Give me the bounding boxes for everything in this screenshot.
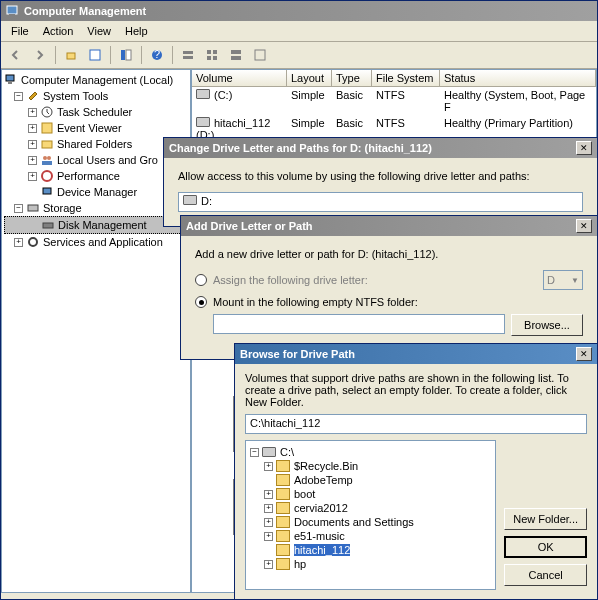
tree-storage[interactable]: −Storage [4, 200, 188, 216]
tree-services[interactable]: +Services and Application [4, 234, 188, 250]
expand-icon[interactable]: + [28, 140, 37, 149]
add-drive-letter-dialog: Add Drive Letter or Path ✕ Add a new dri… [180, 215, 598, 360]
folder-item[interactable]: +boot [250, 487, 491, 501]
tree-task-scheduler[interactable]: +Task Scheduler [4, 104, 188, 120]
forward-button[interactable] [29, 44, 51, 66]
view3-button[interactable] [225, 44, 247, 66]
close-button[interactable]: ✕ [576, 347, 592, 361]
drive-paths-list[interactable]: D: [178, 192, 583, 212]
header-type[interactable]: Type [332, 70, 372, 86]
svg-rect-5 [126, 50, 131, 60]
tree-disk-management[interactable]: Disk Management [4, 216, 188, 234]
folder-tree[interactable]: −C:\ +$Recycle.Bin AdobeTemp +boot +cerv… [245, 440, 496, 590]
folder-item-selected[interactable]: hitachi_112 [250, 543, 491, 557]
tree-device-manager[interactable]: Device Manager [4, 184, 188, 200]
expand-icon[interactable]: + [28, 108, 37, 117]
tree-shared-folders[interactable]: +Shared Folders [4, 136, 188, 152]
collapse-icon[interactable]: − [14, 92, 23, 101]
new-folder-button[interactable]: New Folder... [504, 508, 587, 530]
menu-help[interactable]: Help [119, 23, 154, 39]
svg-rect-26 [43, 188, 51, 194]
expand-icon[interactable]: + [28, 124, 37, 133]
expand-icon[interactable]: + [14, 238, 23, 247]
expand-icon[interactable]: + [264, 462, 273, 471]
svg-rect-15 [231, 56, 241, 60]
cancel-button[interactable]: Cancel [504, 564, 587, 586]
folder-icon [276, 502, 290, 514]
view4-button[interactable] [249, 44, 271, 66]
close-button[interactable]: ✕ [576, 141, 592, 155]
dlg1-text: Allow access to this volume by using the… [178, 170, 583, 182]
expand-icon[interactable]: + [28, 172, 37, 181]
collapse-icon[interactable]: − [14, 204, 23, 213]
dlg2-title: Add Drive Letter or Path [186, 220, 576, 232]
folder-root[interactable]: −C:\ [250, 445, 491, 459]
menu-action[interactable]: Action [37, 23, 80, 39]
expand-icon[interactable]: + [28, 156, 37, 165]
separator [172, 46, 173, 64]
folder-icon [276, 558, 290, 570]
header-volume[interactable]: Volume [192, 70, 287, 86]
show-hide-button[interactable] [115, 44, 137, 66]
dlg3-body: Volumes that support drive paths are sho… [235, 364, 597, 598]
tree-event-viewer[interactable]: +Event Viewer [4, 120, 188, 136]
back-button[interactable] [5, 44, 27, 66]
folder-item[interactable]: +hp [250, 557, 491, 571]
toolbar: ? [1, 42, 597, 69]
svg-rect-12 [207, 56, 211, 60]
up-button[interactable] [60, 44, 82, 66]
view1-button[interactable] [177, 44, 199, 66]
svg-rect-3 [90, 50, 100, 60]
drive-icon [183, 195, 197, 205]
menu-view[interactable]: View [81, 23, 117, 39]
ok-button[interactable]: OK [504, 536, 587, 558]
dlg2-body: Add a new drive letter or path for D: (h… [181, 236, 597, 348]
radio-icon[interactable] [195, 296, 207, 308]
folder-item[interactable]: +$Recycle.Bin [250, 459, 491, 473]
tree-root[interactable]: Computer Management (Local) [4, 72, 188, 88]
header-filesystem[interactable]: File System [372, 70, 440, 86]
collapse-icon[interactable]: − [250, 448, 259, 457]
close-button[interactable]: ✕ [576, 219, 592, 233]
tree-system-tools[interactable]: −System Tools [4, 88, 188, 104]
drive-icon [196, 89, 210, 99]
storage-icon [26, 201, 40, 215]
dlg1-title: Change Drive Letter and Paths for D: (hi… [169, 142, 576, 154]
device-icon [40, 185, 54, 199]
expand-icon[interactable]: + [264, 560, 273, 569]
view2-button[interactable] [201, 44, 223, 66]
svg-rect-17 [6, 75, 14, 81]
svg-rect-20 [42, 123, 52, 133]
properties-button[interactable] [84, 44, 106, 66]
expand-icon[interactable]: + [264, 518, 273, 527]
volume-row-c[interactable]: (C:) Simple Basic NTFS Healthy (System, … [192, 87, 596, 115]
header-status[interactable]: Status [440, 70, 596, 86]
services-icon [26, 235, 40, 249]
tree-performance[interactable]: +Performance [4, 168, 188, 184]
menu-file[interactable]: File [5, 23, 35, 39]
svg-rect-1 [9, 14, 15, 16]
radio-icon [195, 274, 207, 286]
browse-drive-path-dialog: Browse for Drive Path ✕ Volumes that sup… [234, 343, 598, 600]
svg-rect-8 [183, 51, 193, 54]
header-layout[interactable]: Layout [287, 70, 332, 86]
tree-local-users[interactable]: +Local Users and Gro [4, 152, 188, 168]
svg-rect-4 [121, 50, 125, 60]
folder-item[interactable]: AdobeTemp [250, 473, 491, 487]
users-icon [40, 153, 54, 167]
folder-item[interactable]: +cervia2012 [250, 501, 491, 515]
browse-button[interactable]: Browse... [511, 314, 583, 336]
main-title: Computer Management [24, 5, 592, 17]
svg-rect-2 [67, 53, 75, 59]
selected-path-input[interactable]: C:\hitachi_112 [245, 414, 587, 434]
radio-mount-folder[interactable]: Mount in the following empty NTFS folder… [195, 296, 583, 308]
folder-item[interactable]: +e51-music [250, 529, 491, 543]
expand-icon[interactable]: + [264, 490, 273, 499]
folder-path-input[interactable] [213, 314, 505, 334]
help-button[interactable]: ? [146, 44, 168, 66]
svg-rect-14 [231, 50, 241, 54]
expand-icon[interactable]: + [264, 532, 273, 541]
disk-icon [41, 218, 55, 232]
folder-item[interactable]: +Documents and Settings [250, 515, 491, 529]
expand-icon[interactable]: + [264, 504, 273, 513]
